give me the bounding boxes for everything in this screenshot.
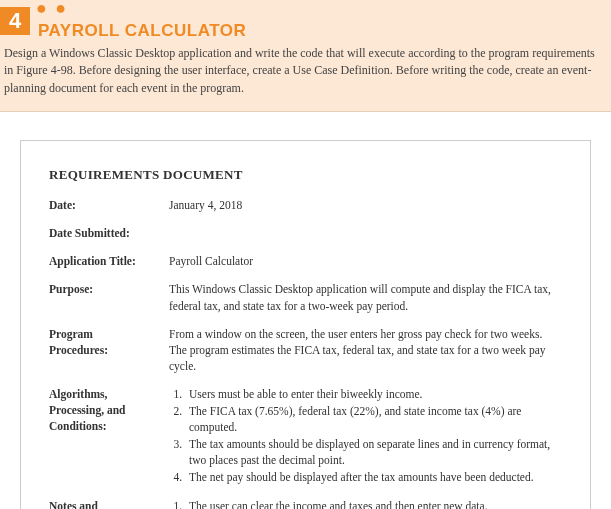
header-band: 4 ● ● PAYROLL CALCULATOR Design a Window… [0, 0, 611, 112]
row-procedures: Program Procedures: From a window on the… [49, 326, 562, 374]
algo-item-2: The FICA tax (7.65%), federal tax (22%),… [185, 403, 562, 435]
row-purpose: Purpose: This Windows Classic Desktop ap… [49, 281, 562, 313]
label-notes: Notes and Restrictions: [49, 498, 169, 509]
value-procedures: From a window on the screen, the user en… [169, 326, 562, 374]
label-algo-l2: Processing, and [49, 404, 125, 416]
algo-item-3: The tax amounts should be displayed on s… [185, 436, 562, 468]
title-row: 4 ● ● PAYROLL CALCULATOR [0, 0, 611, 41]
label-algo-l1: Algorithms, [49, 388, 107, 400]
note-item-1: The user can clear the income and taxes … [185, 498, 562, 509]
label-purpose: Purpose: [49, 281, 169, 313]
label-procedures-l1: Program [49, 328, 93, 340]
label-app-title: Application Title: [49, 253, 169, 269]
label-notes-l1: Notes and [49, 500, 98, 509]
intro-text: Design a Windows Classic Desktop applica… [0, 41, 611, 101]
label-date-submitted: Date Submitted: [49, 225, 169, 241]
row-date-submitted: Date Submitted: [49, 225, 562, 241]
section-number: 4 [0, 7, 30, 35]
algorithms-list: Users must be able to enter their biweek… [169, 386, 562, 486]
label-algo-l3: Conditions: [49, 420, 107, 432]
value-app-title: Payroll Calculator [169, 253, 562, 269]
notes-list: The user can clear the income and taxes … [169, 498, 562, 509]
row-notes: Notes and Restrictions: The user can cle… [49, 498, 562, 509]
label-date: Date: [49, 197, 169, 213]
value-notes: The user can clear the income and taxes … [169, 498, 562, 509]
doc-heading: REQUIREMENTS DOCUMENT [49, 167, 562, 183]
value-purpose: This Windows Classic Desktop application… [169, 281, 562, 313]
algo-item-4: The net pay should be displayed after th… [185, 469, 562, 485]
row-algorithms: Algorithms, Processing, and Conditions: … [49, 386, 562, 487]
section-title: PAYROLL CALCULATOR [38, 21, 246, 41]
row-date: Date: January 4, 2018 [49, 197, 562, 213]
requirements-document: REQUIREMENTS DOCUMENT Date: January 4, 2… [20, 140, 591, 509]
label-procedures: Program Procedures: [49, 326, 169, 374]
row-app-title: Application Title: Payroll Calculator [49, 253, 562, 269]
dots-icon: ● ● [36, 0, 246, 19]
label-procedures-l2: Procedures: [49, 344, 108, 356]
value-algorithms: Users must be able to enter their biweek… [169, 386, 562, 487]
algo-item-1: Users must be able to enter their biweek… [185, 386, 562, 402]
document-wrap: REQUIREMENTS DOCUMENT Date: January 4, 2… [0, 112, 611, 509]
value-date-submitted [169, 225, 562, 241]
title-wrap: ● ● PAYROLL CALCULATOR [38, 0, 246, 41]
value-date: January 4, 2018 [169, 197, 562, 213]
label-algorithms: Algorithms, Processing, and Conditions: [49, 386, 169, 487]
